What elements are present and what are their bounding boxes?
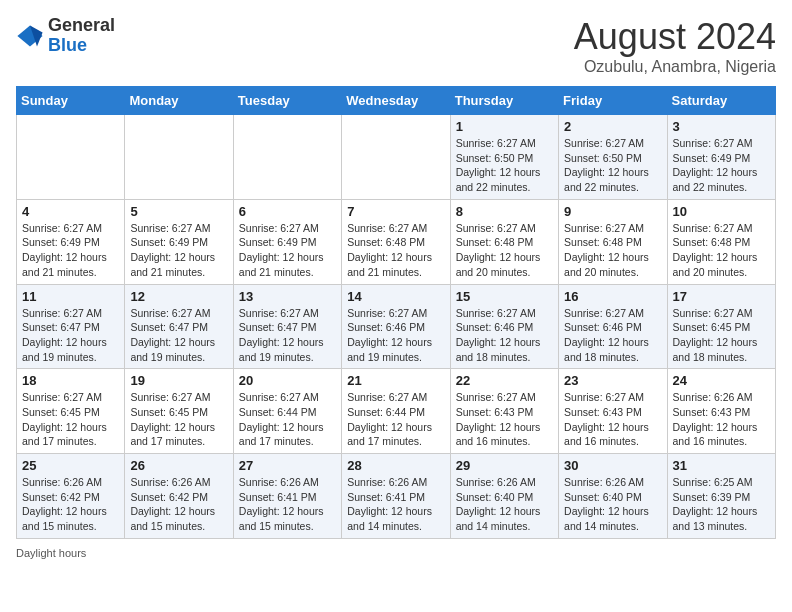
day-number: 19 [130,373,227,388]
calendar-cell: 24Sunrise: 6:26 AMSunset: 6:43 PMDayligh… [667,369,775,454]
calendar-cell: 12Sunrise: 6:27 AMSunset: 6:47 PMDayligh… [125,284,233,369]
day-of-week-header: Thursday [450,87,558,115]
calendar-cell: 29Sunrise: 6:26 AMSunset: 6:40 PMDayligh… [450,454,558,539]
day-info: Sunrise: 6:27 AMSunset: 6:47 PMDaylight:… [239,306,336,365]
calendar-week-row: 18Sunrise: 6:27 AMSunset: 6:45 PMDayligh… [17,369,776,454]
calendar-cell: 22Sunrise: 6:27 AMSunset: 6:43 PMDayligh… [450,369,558,454]
calendar-cell: 28Sunrise: 6:26 AMSunset: 6:41 PMDayligh… [342,454,450,539]
location-text: Ozubulu, Anambra, Nigeria [574,58,776,76]
day-number: 27 [239,458,336,473]
day-info: Sunrise: 6:27 AMSunset: 6:45 PMDaylight:… [22,390,119,449]
day-info: Sunrise: 6:27 AMSunset: 6:48 PMDaylight:… [347,221,444,280]
calendar-cell: 16Sunrise: 6:27 AMSunset: 6:46 PMDayligh… [559,284,667,369]
day-of-week-header: Monday [125,87,233,115]
day-number: 7 [347,204,444,219]
calendar-cell: 31Sunrise: 6:25 AMSunset: 6:39 PMDayligh… [667,454,775,539]
calendar-cell [125,115,233,200]
day-info: Sunrise: 6:27 AMSunset: 6:45 PMDaylight:… [130,390,227,449]
calendar-cell: 2Sunrise: 6:27 AMSunset: 6:50 PMDaylight… [559,115,667,200]
day-info: Sunrise: 6:26 AMSunset: 6:40 PMDaylight:… [456,475,553,534]
daylight-label: Daylight hours [16,547,86,559]
day-number: 14 [347,289,444,304]
day-info: Sunrise: 6:27 AMSunset: 6:48 PMDaylight:… [673,221,770,280]
day-info: Sunrise: 6:27 AMSunset: 6:49 PMDaylight:… [239,221,336,280]
day-of-week-header: Saturday [667,87,775,115]
calendar-cell: 14Sunrise: 6:27 AMSunset: 6:46 PMDayligh… [342,284,450,369]
day-info: Sunrise: 6:26 AMSunset: 6:42 PMDaylight:… [22,475,119,534]
day-info: Sunrise: 6:27 AMSunset: 6:43 PMDaylight:… [456,390,553,449]
calendar-cell: 23Sunrise: 6:27 AMSunset: 6:43 PMDayligh… [559,369,667,454]
day-info: Sunrise: 6:27 AMSunset: 6:50 PMDaylight:… [564,136,661,195]
calendar-cell: 13Sunrise: 6:27 AMSunset: 6:47 PMDayligh… [233,284,341,369]
day-number: 29 [456,458,553,473]
day-number: 3 [673,119,770,134]
day-number: 6 [239,204,336,219]
day-number: 13 [239,289,336,304]
calendar-cell: 7Sunrise: 6:27 AMSunset: 6:48 PMDaylight… [342,199,450,284]
calendar-cell: 9Sunrise: 6:27 AMSunset: 6:48 PMDaylight… [559,199,667,284]
month-year-heading: August 2024 [574,16,776,58]
day-info: Sunrise: 6:26 AMSunset: 6:42 PMDaylight:… [130,475,227,534]
calendar-table: SundayMondayTuesdayWednesdayThursdayFrid… [16,86,776,539]
day-number: 24 [673,373,770,388]
calendar-cell: 15Sunrise: 6:27 AMSunset: 6:46 PMDayligh… [450,284,558,369]
day-number: 15 [456,289,553,304]
day-number: 18 [22,373,119,388]
day-info: Sunrise: 6:26 AMSunset: 6:40 PMDaylight:… [564,475,661,534]
day-info: Sunrise: 6:27 AMSunset: 6:46 PMDaylight:… [456,306,553,365]
day-number: 20 [239,373,336,388]
day-number: 30 [564,458,661,473]
day-number: 9 [564,204,661,219]
calendar-cell: 21Sunrise: 6:27 AMSunset: 6:44 PMDayligh… [342,369,450,454]
day-info: Sunrise: 6:27 AMSunset: 6:47 PMDaylight:… [130,306,227,365]
day-info: Sunrise: 6:27 AMSunset: 6:44 PMDaylight:… [347,390,444,449]
day-of-week-header: Wednesday [342,87,450,115]
calendar-cell: 25Sunrise: 6:26 AMSunset: 6:42 PMDayligh… [17,454,125,539]
title-area: August 2024 Ozubulu, Anambra, Nigeria [574,16,776,76]
logo-blue-text: Blue [48,35,87,55]
day-number: 23 [564,373,661,388]
calendar-cell: 6Sunrise: 6:27 AMSunset: 6:49 PMDaylight… [233,199,341,284]
calendar-cell: 3Sunrise: 6:27 AMSunset: 6:49 PMDaylight… [667,115,775,200]
day-info: Sunrise: 6:27 AMSunset: 6:49 PMDaylight:… [130,221,227,280]
day-info: Sunrise: 6:27 AMSunset: 6:49 PMDaylight:… [673,136,770,195]
day-info: Sunrise: 6:27 AMSunset: 6:46 PMDaylight:… [564,306,661,365]
day-number: 8 [456,204,553,219]
day-info: Sunrise: 6:27 AMSunset: 6:49 PMDaylight:… [22,221,119,280]
calendar-cell: 26Sunrise: 6:26 AMSunset: 6:42 PMDayligh… [125,454,233,539]
day-number: 2 [564,119,661,134]
calendar-cell: 19Sunrise: 6:27 AMSunset: 6:45 PMDayligh… [125,369,233,454]
day-info: Sunrise: 6:27 AMSunset: 6:48 PMDaylight:… [456,221,553,280]
day-number: 25 [22,458,119,473]
day-number: 21 [347,373,444,388]
day-number: 10 [673,204,770,219]
calendar-cell: 20Sunrise: 6:27 AMSunset: 6:44 PMDayligh… [233,369,341,454]
day-of-week-header: Friday [559,87,667,115]
calendar-week-row: 4Sunrise: 6:27 AMSunset: 6:49 PMDaylight… [17,199,776,284]
day-number: 5 [130,204,227,219]
day-info: Sunrise: 6:26 AMSunset: 6:41 PMDaylight:… [347,475,444,534]
calendar-cell: 11Sunrise: 6:27 AMSunset: 6:47 PMDayligh… [17,284,125,369]
day-info: Sunrise: 6:26 AMSunset: 6:43 PMDaylight:… [673,390,770,449]
day-info: Sunrise: 6:27 AMSunset: 6:43 PMDaylight:… [564,390,661,449]
calendar-cell: 8Sunrise: 6:27 AMSunset: 6:48 PMDaylight… [450,199,558,284]
day-of-week-header: Sunday [17,87,125,115]
day-info: Sunrise: 6:25 AMSunset: 6:39 PMDaylight:… [673,475,770,534]
day-number: 1 [456,119,553,134]
logo: General Blue [16,16,115,56]
day-of-week-header: Tuesday [233,87,341,115]
day-number: 4 [22,204,119,219]
day-number: 12 [130,289,227,304]
day-info: Sunrise: 6:27 AMSunset: 6:48 PMDaylight:… [564,221,661,280]
calendar-cell: 10Sunrise: 6:27 AMSunset: 6:48 PMDayligh… [667,199,775,284]
calendar-week-row: 25Sunrise: 6:26 AMSunset: 6:42 PMDayligh… [17,454,776,539]
logo-general-text: General [48,15,115,35]
day-number: 28 [347,458,444,473]
calendar-cell: 30Sunrise: 6:26 AMSunset: 6:40 PMDayligh… [559,454,667,539]
calendar-cell: 18Sunrise: 6:27 AMSunset: 6:45 PMDayligh… [17,369,125,454]
day-number: 11 [22,289,119,304]
day-info: Sunrise: 6:27 AMSunset: 6:47 PMDaylight:… [22,306,119,365]
day-info: Sunrise: 6:27 AMSunset: 6:50 PMDaylight:… [456,136,553,195]
day-number: 26 [130,458,227,473]
calendar-cell [233,115,341,200]
